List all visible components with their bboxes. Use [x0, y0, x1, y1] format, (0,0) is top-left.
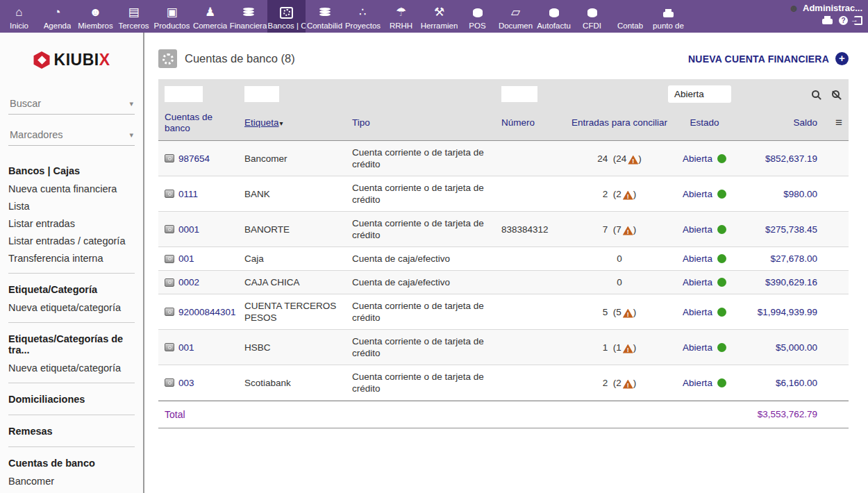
- table-row: 001 HSBC Cuenta corriente o de tarjeta d…: [158, 330, 849, 365]
- bank-account-icon: [165, 278, 174, 287]
- sidebar-item-conciliar[interactable]: Conciliar: [8, 490, 135, 493]
- user-name: Administrac...: [803, 3, 862, 13]
- sort-descending-icon: ▾: [280, 118, 283, 129]
- nav-item-comercial[interactable]: ♟Comercia: [191, 0, 229, 33]
- account-filter-input[interactable]: [165, 86, 203, 102]
- column-options-icon[interactable]: ≡: [817, 116, 842, 130]
- kiubix-logo-text: KIUBIX: [54, 51, 110, 69]
- table-row: 92000844301 CUENTA TERCEROS PESOS Cuenta…: [158, 294, 849, 330]
- nav-item-terceros[interactable]: ▤Terceros: [115, 0, 153, 33]
- nav-item-rrhh[interactable]: ☂RRHH: [382, 0, 420, 33]
- total-amount: $3,553,762.79: [741, 409, 817, 420]
- nav-item-contabilidad[interactable]: Contabilid: [306, 0, 344, 33]
- nav-item-documentos[interactable]: ▱Documen: [496, 0, 535, 33]
- filter-row: Abierta: [158, 79, 849, 108]
- nav-item-financiera[interactable]: Financiera: [229, 0, 267, 33]
- sidebar-section-bancos-cajas[interactable]: Bancos | Cajas: [8, 161, 135, 180]
- sidebar-section-etiqueta-categoria[interactable]: Etiqueta/Categoría: [8, 280, 135, 299]
- products-icon: ▣: [166, 4, 177, 21]
- nav-item-contab[interactable]: Contab: [611, 0, 649, 33]
- sidebar-search-dropdown[interactable]: Buscar ▾: [8, 94, 135, 115]
- nav-item-herramientas[interactable]: ⚒Herramien: [420, 0, 458, 33]
- estado-cell: Abierta: [668, 271, 741, 294]
- nav-item-productos[interactable]: ▣Productos: [153, 0, 191, 33]
- billing-coins-icon: [243, 8, 254, 10]
- sidebar-section-domiciliaciones[interactable]: Domiciliaciones: [8, 390, 135, 408]
- table-row: 003 Scotiabank Cuenta corriente o de tar…: [158, 365, 849, 401]
- user-icon: ☻: [788, 2, 799, 14]
- account-link[interactable]: 92000844301: [178, 306, 236, 318]
- nav-item-bancos[interactable]: Bancos | C: [267, 0, 306, 33]
- clear-search-icon[interactable]: [832, 90, 840, 98]
- thirdparties-icon: ▤: [128, 4, 139, 21]
- new-financial-account-button[interactable]: NUEVA CUENTA FINANCIERA +: [688, 52, 849, 65]
- sidebar-item-listar-entradas[interactable]: Listar entradas: [8, 215, 135, 232]
- column-header-etiqueta[interactable]: Etiqueta▾: [244, 117, 352, 129]
- warning-icon: [623, 191, 633, 200]
- logout-icon[interactable]: [854, 16, 862, 25]
- warning-icon: [623, 226, 633, 235]
- status-open-icon: [717, 343, 726, 352]
- saldo-cell: $390,629.16: [741, 271, 817, 294]
- estado-cell: Abierta: [668, 147, 741, 170]
- nav-item-autofactura[interactable]: Autofactu: [535, 0, 573, 33]
- table-row: 0111 BANK Cuenta corriente o de tarjeta …: [158, 176, 849, 212]
- sidebar-bookmarks-dropdown[interactable]: Marcadores ▾: [8, 126, 135, 146]
- members-icon: ☻: [90, 4, 102, 21]
- account-link[interactable]: 987654: [178, 153, 210, 165]
- status-open-icon: [717, 190, 726, 199]
- sidebar-section-cuentas-de-banco[interactable]: Cuentas de banco: [8, 453, 135, 472]
- sidebar-section-etiquetas-categorias-tra[interactable]: Etiquetas/Categorías de tra...: [8, 329, 135, 359]
- table-row: 987654 Bancomer Cuenta corriente o de ta…: [158, 141, 849, 176]
- nav-item-agenda[interactable]: ◔Agenda: [38, 0, 76, 33]
- nav-item-proyectos[interactable]: ∴Proyectos: [344, 0, 382, 33]
- account-link[interactable]: 001: [178, 253, 194, 265]
- nav-item-pos[interactable]: POS: [458, 0, 496, 33]
- sidebar-item-bancomer[interactable]: Bancomer: [8, 472, 135, 490]
- nav-item-cfdi[interactable]: CFDI: [573, 0, 611, 33]
- estado-filter-select[interactable]: Abierta: [668, 85, 731, 103]
- sidebar-item-nueva-etiqueta-categoria-2[interactable]: Nueva etiqueta/categoría: [8, 359, 135, 376]
- table-row: 0002 CAJA CHICA Cuenta de caja/efectivo …: [158, 271, 849, 294]
- status-open-icon: [717, 378, 726, 387]
- nav-item-punto-de-venta[interactable]: punto de: [649, 0, 687, 33]
- warning-icon: [623, 380, 633, 389]
- saldo-cell: $6,160.00: [741, 371, 817, 394]
- numero-cell: [501, 188, 571, 199]
- tipo-cell: Cuenta corriente o de tarjeta de crédito: [352, 294, 501, 329]
- bank-account-icon: [165, 308, 174, 316]
- nav-item-inicio[interactable]: ⌂Inicio: [0, 0, 38, 33]
- sidebar-item-lista[interactable]: Lista: [8, 197, 135, 215]
- account-link[interactable]: 001: [178, 342, 194, 353]
- sidebar-item-transferencia-interna[interactable]: Transferencia interna: [8, 249, 135, 267]
- saldo-cell: $980.00: [741, 183, 817, 206]
- status-open-icon: [717, 308, 726, 317]
- numero-cell: [501, 377, 571, 388]
- nav-item-miembros[interactable]: ☻Miembros: [76, 0, 115, 33]
- estado-cell: Abierta: [668, 218, 741, 241]
- chevron-down-icon: ▾: [129, 99, 133, 108]
- etiqueta-filter-input[interactable]: [244, 86, 279, 102]
- user-menu[interactable]: ☻ Administrac...: [788, 2, 862, 14]
- warning-icon: [623, 344, 633, 353]
- bank-account-icon: [165, 343, 174, 351]
- sidebar-item-listar-entradas-categoria[interactable]: Listar entradas / categoría: [8, 232, 135, 249]
- account-link[interactable]: 0002: [178, 276, 199, 288]
- bank-safe-icon: [280, 7, 293, 19]
- entradas-cell: 2 (2): [571, 371, 668, 394]
- numero-filter-input[interactable]: [501, 86, 537, 102]
- sidebar-item-nueva-cuenta-financiera[interactable]: Nueva cuenta financiera: [8, 180, 135, 197]
- account-link[interactable]: 003: [178, 377, 194, 389]
- sidebar-section-remesas[interactable]: Remesas: [8, 421, 135, 440]
- account-link[interactable]: 0111: [178, 188, 198, 200]
- sidebar-item-nueva-etiqueta-categoria[interactable]: Nueva etiqueta/categoría: [8, 299, 135, 316]
- total-row: Total $3,553,762.79: [158, 401, 849, 428]
- warning-icon: [628, 156, 638, 165]
- divider: [8, 322, 135, 323]
- help-icon[interactable]: [839, 16, 848, 25]
- entradas-cell: 1 (1): [571, 336, 668, 359]
- search-icon[interactable]: [812, 90, 819, 98]
- account-link[interactable]: 0001: [178, 224, 199, 235]
- printer-icon[interactable]: [822, 19, 833, 24]
- estado-cell: Abierta: [668, 371, 741, 394]
